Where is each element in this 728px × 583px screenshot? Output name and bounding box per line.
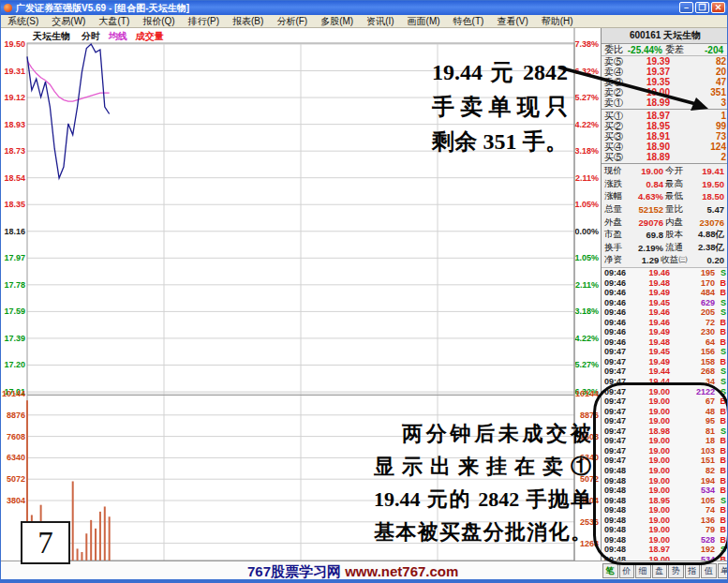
- panel-tab-细[interactable]: 细: [635, 563, 651, 578]
- book-level-label: 卖③: [604, 77, 629, 87]
- percent-axis-label: 0.00%: [574, 227, 599, 236]
- tick-price: 19.00: [632, 407, 670, 416]
- info-value: 2.38亿: [683, 242, 724, 254]
- tick-side: B: [715, 288, 726, 297]
- note-line: 显示出来挂在卖①: [374, 450, 591, 483]
- info-label: 今开: [665, 165, 683, 177]
- tick-side: S: [715, 268, 726, 277]
- info-row: 换手2.19%流通2.38亿: [602, 242, 728, 255]
- menu-item-3[interactable]: 报价(Q): [136, 15, 181, 28]
- tick-side: B: [715, 318, 726, 327]
- menu-item-12[interactable]: 帮助(H): [535, 15, 580, 28]
- transaction-tick-list[interactable]: 09:4619.46195S09:4619.48170B09:4619.4948…: [602, 267, 728, 565]
- info-value: 18.50: [683, 191, 724, 202]
- tick-volume: 74: [670, 505, 715, 515]
- chart-tab-均线[interactable]: 均线: [109, 31, 127, 41]
- tick-side: B: [715, 327, 726, 336]
- volume-axis-label: 6340: [1, 453, 25, 462]
- tick-side: S: [715, 426, 726, 436]
- book-price: 18.89: [629, 152, 670, 162]
- panel-tab-价[interactable]: 价: [619, 563, 635, 578]
- close-button[interactable]: ✕: [711, 2, 725, 13]
- info-label: 换手: [604, 242, 622, 254]
- window-bottom-border: [1, 579, 727, 582]
- minimize-button[interactable]: –: [679, 2, 693, 13]
- percent-axis-label: 7.38%: [574, 39, 599, 49]
- menu-item-1[interactable]: 交易(W): [45, 15, 92, 28]
- tick-row: 09:4619.49484B: [602, 288, 728, 298]
- info-value: 69.8: [622, 230, 663, 240]
- price-axis-label: 18.73: [1, 146, 25, 156]
- menu-item-5[interactable]: 报表(B): [226, 15, 270, 28]
- tick-side: B: [715, 278, 726, 288]
- info-value: 1.29: [622, 255, 659, 265]
- panel-tab-势[interactable]: 势: [668, 563, 684, 578]
- book-count: 73: [670, 131, 726, 142]
- volume-axis-label: 3804: [1, 496, 25, 505]
- chart-header: 天坛生物 分时均线成交量: [33, 30, 181, 43]
- tick-volume: 81: [670, 426, 715, 436]
- info-label: 外盘: [604, 217, 622, 229]
- book-price: 18.97: [629, 111, 670, 121]
- menu-item-11[interactable]: 查看(V): [490, 15, 534, 28]
- tick-side: S: [715, 496, 726, 505]
- menu-item-9[interactable]: 画面(M): [401, 15, 447, 28]
- tick-price: 19.00: [632, 505, 670, 515]
- panel-tab-bar: 笔价细盘势指值单: [602, 563, 728, 578]
- tick-time: 09:48: [604, 516, 632, 525]
- percent-axis-label: 3.18%: [574, 146, 599, 156]
- menu-item-4[interactable]: 排行(P): [182, 15, 226, 28]
- panel-tab-盘[interactable]: 盘: [652, 563, 668, 578]
- info-label: 内盘: [665, 217, 683, 229]
- order-book-asks: 卖⑤19.3982卖④19.3720卖③19.3547卖②19.00351卖①1…: [602, 56, 728, 108]
- tick-side: S: [715, 298, 726, 307]
- menu-item-7[interactable]: 多股(M): [314, 15, 360, 28]
- menu-item-2[interactable]: 大盘(T): [92, 15, 136, 28]
- book-price: 19.35: [629, 77, 670, 87]
- price-axis-label: 17.39: [1, 334, 25, 343]
- tick-time: 09:48: [604, 525, 632, 534]
- percent-axis-label: 6.32%: [574, 67, 599, 76]
- book-level-label: 买②: [604, 121, 629, 131]
- tick-side: B: [715, 476, 726, 486]
- tick-volume: 534: [670, 486, 715, 495]
- tick-price: 19.46: [632, 307, 670, 317]
- tick-volume: 136: [670, 516, 715, 525]
- tick-side: B: [715, 337, 726, 347]
- info-label: 最高: [665, 178, 683, 190]
- weibi-label: 委比: [604, 43, 623, 56]
- note-line: 基本被买盘分批消化。: [374, 516, 591, 548]
- panel-tab-单[interactable]: 单: [718, 563, 728, 578]
- tick-row: 09:4819.00528B: [602, 535, 728, 546]
- tick-side: S: [715, 307, 726, 317]
- tick-row: 09:4719.4434S: [602, 377, 728, 387]
- panel-tab-值[interactable]: 值: [701, 563, 717, 578]
- chart-stock-name: 天坛生物: [33, 31, 70, 41]
- tick-side: B: [715, 456, 726, 465]
- menu-item-0[interactable]: 系统(S): [1, 15, 45, 28]
- menu-item-8[interactable]: 资讯(I): [360, 15, 400, 28]
- tick-side: B: [715, 525, 726, 534]
- tick-row: 09:4719.0067B: [602, 396, 728, 407]
- tick-volume: 158: [670, 357, 715, 366]
- panel-tab-笔[interactable]: 笔: [602, 563, 618, 578]
- info-value: 19.41: [683, 166, 724, 176]
- weibi-value: -25.44%: [623, 45, 662, 55]
- book-price: 19.39: [629, 56, 670, 67]
- commission-ratio-row: 委比 -25.44% 委差 -204: [602, 44, 728, 56]
- menu-item-6[interactable]: 分析(F): [270, 15, 314, 28]
- tick-volume: 67: [670, 396, 715, 406]
- note-line: 19.44 元的 2842 手抛单: [374, 483, 591, 516]
- price-axis-label: 17.97: [1, 253, 25, 262]
- chart-tab-成交量[interactable]: 成交量: [136, 31, 164, 41]
- tick-time: 09:48: [604, 466, 632, 475]
- restore-button[interactable]: ❐: [695, 2, 709, 13]
- chart-tab-分时[interactable]: 分时: [82, 31, 100, 41]
- tick-row: 09:4719.45156S: [602, 347, 728, 357]
- menu-item-10[interactable]: 特色(T): [447, 15, 491, 28]
- quote-info-grid: 现价19.00今开19.41涨跌0.84最高19.50涨幅4.63%最低18.5…: [602, 165, 728, 267]
- info-label: 涨幅: [604, 190, 622, 202]
- tick-price: 19.46: [632, 318, 670, 327]
- panel-tab-指[interactable]: 指: [685, 563, 701, 578]
- price-axis-label: 19.31: [1, 67, 25, 76]
